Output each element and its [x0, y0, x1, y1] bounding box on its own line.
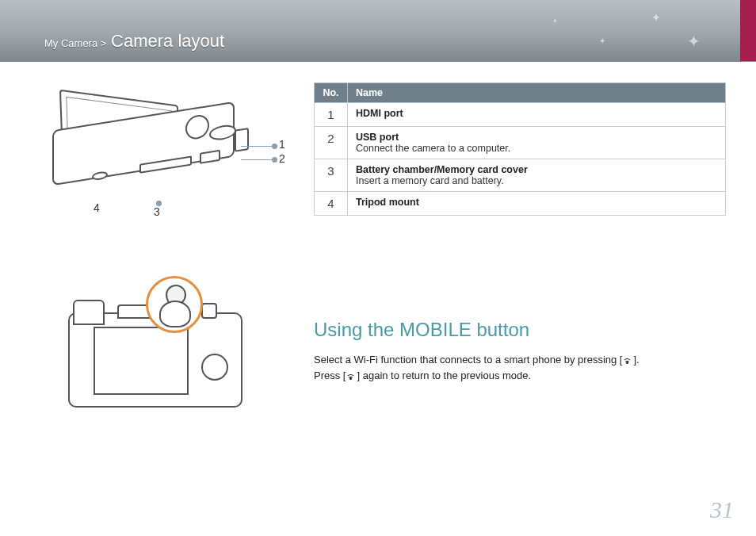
table-row: 3 Battery chamber/Memory card coverInser…	[315, 159, 726, 192]
table-row: 4 Tripod mount	[315, 192, 726, 216]
callout-3: 3	[154, 205, 160, 218]
parts-table: No. Name 1 HDMI port 2 USB portConnect t…	[314, 82, 726, 216]
callout-2: 2	[279, 152, 285, 165]
page-header: ✦ ✦ ✦ ✦ My Camera > Camera layout	[0, 0, 756, 62]
mobile-button-zoom-icon	[146, 276, 203, 333]
page-number: 31	[710, 496, 734, 523]
th-no: No.	[315, 83, 348, 103]
page-title: Camera layout	[111, 31, 224, 51]
table-row: 1 HDMI port	[315, 103, 726, 127]
wifi-icon	[346, 371, 357, 381]
callout-1: 1	[279, 138, 285, 151]
table-row: 2 USB portConnect the camera to a comput…	[315, 127, 726, 159]
section-heading: Using the MOBILE button	[314, 319, 727, 341]
th-name: Name	[348, 83, 726, 103]
section-body: Select a Wi-Fi function that connects to…	[314, 352, 727, 383]
callout-4: 4	[94, 201, 100, 214]
breadcrumb-section: My Camera	[44, 37, 97, 49]
camera-bottom-diagram: 1 2 3 4	[44, 82, 274, 217]
breadcrumb-sep: >	[101, 37, 107, 49]
breadcrumb: My Camera > Camera layout	[44, 31, 224, 52]
camera-back-diagram	[60, 281, 266, 415]
wifi-icon	[622, 355, 633, 365]
